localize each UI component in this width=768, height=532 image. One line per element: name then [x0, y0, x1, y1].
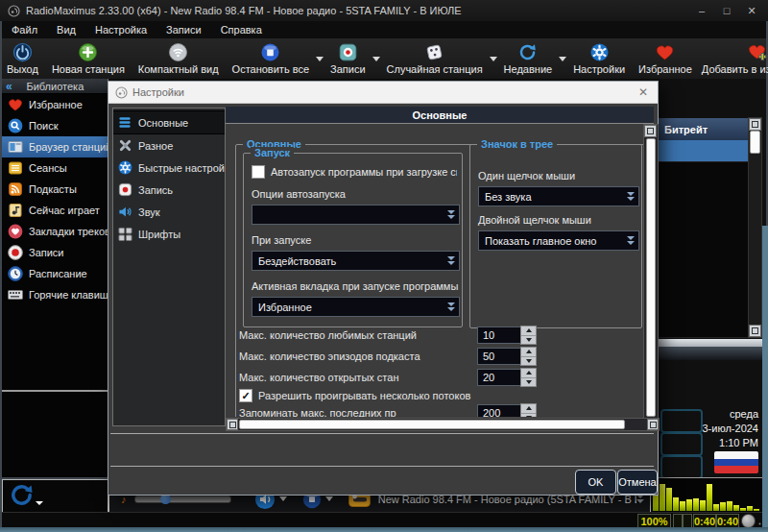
- remember-last-spinner[interactable]: [520, 403, 537, 417]
- add-favorite-button[interactable]: Добавить в избранное: [697, 39, 768, 78]
- combo-chevrons-icon: [447, 302, 455, 311]
- status-bar: 100% 0:40 0:40: [2, 512, 766, 528]
- multi-stream-checkbox[interactable]: [239, 389, 252, 402]
- max-favorite-stations-spinner[interactable]: [520, 326, 537, 345]
- gear-icon: [589, 42, 610, 62]
- tab-recording[interactable]: Запись: [113, 179, 225, 201]
- spectrum-bar: [707, 484, 712, 511]
- signal-icon: [168, 42, 188, 62]
- heart-plus-icon: [747, 42, 767, 62]
- records-button[interactable]: Записи: [325, 39, 371, 78]
- tab-quick-settings[interactable]: Быстрые настройки: [113, 157, 225, 179]
- sidebar-item-records[interactable]: Записи: [2, 242, 108, 263]
- random-station-dropdown-icon[interactable]: [490, 57, 497, 61]
- ok-button[interactable]: OK: [575, 470, 616, 495]
- max-podcast-episodes-spinner[interactable]: [520, 347, 537, 366]
- volume-slider[interactable]: [134, 496, 231, 503]
- records-dropdown-icon[interactable]: [372, 57, 380, 61]
- minimize-button[interactable]: –: [689, 3, 714, 18]
- dialog-vertical-scrollbar[interactable]: [643, 124, 659, 431]
- tab-misc[interactable]: Разное: [113, 134, 225, 157]
- double-click-combo[interactable]: Показать главное окно: [478, 230, 639, 251]
- station-list-selected-row[interactable]: [658, 140, 748, 161]
- window-frame-bottom: [0, 527, 768, 532]
- sidebar-item-schedule[interactable]: Расписание: [2, 263, 108, 284]
- bitrate-column-header[interactable]: Битрейт: [658, 117, 756, 141]
- exit-button[interactable]: Выход: [2, 39, 43, 78]
- horizontal-scrollbar-thumb[interactable]: [239, 420, 625, 429]
- sidebar-item-search[interactable]: Поиск: [2, 115, 108, 136]
- mute-dropdown-icon[interactable]: [279, 496, 287, 501]
- library-header[interactable]: « Библиотека: [2, 79, 108, 94]
- sidebar-item-station-browser[interactable]: Браузер станций: [2, 136, 108, 157]
- new-station-button[interactable]: Новая станция: [47, 39, 130, 78]
- menu-help[interactable]: Справка: [211, 21, 272, 38]
- sidebar-item-now-playing[interactable]: Сейчас играет: [2, 200, 108, 221]
- spectrum-bar: [733, 505, 739, 511]
- scrollbar-bottom-box-icon[interactable]: [749, 325, 761, 337]
- dice-icon: [424, 42, 444, 62]
- random-station-button[interactable]: Случайная станция: [382, 39, 488, 78]
- stop-all-button[interactable]: Остановить все: [228, 39, 314, 78]
- sidebar-item-favorites[interactable]: Избранное: [2, 94, 108, 115]
- sidebar-item-track-bookmarks[interactable]: Закладки треков: [2, 221, 108, 242]
- scrollbar-top-box-icon[interactable]: [644, 125, 657, 137]
- recent-dropdown-icon[interactable]: [559, 57, 566, 61]
- window-title: RadioMaximus 2.33.00 (x64) - New Radio 9…: [26, 5, 462, 16]
- settings-button[interactable]: Настройки: [568, 39, 630, 78]
- favorites-button[interactable]: Избранное: [634, 39, 697, 78]
- single-click-combo[interactable]: Без звука: [478, 186, 639, 206]
- menu-records[interactable]: Записи: [156, 21, 211, 38]
- player-chevrons-icon[interactable]: [636, 495, 644, 503]
- max-open-stations-spinner[interactable]: [520, 368, 537, 387]
- record-icon: [8, 245, 23, 260]
- sidebar-item-hotkeys[interactable]: Горячие клавиши: [2, 284, 108, 305]
- max-open-stations-value[interactable]: 20: [477, 369, 526, 386]
- stop-all-dropdown-icon[interactable]: [316, 57, 324, 61]
- tab-sound[interactable]: Звук: [113, 201, 225, 223]
- record-icon: [338, 42, 358, 62]
- combo-chevrons-icon: [447, 210, 455, 219]
- max-favorite-stations-value[interactable]: 10: [477, 326, 526, 344]
- max-podcast-episodes-value[interactable]: 50: [477, 348, 526, 365]
- status-separator-box: [683, 514, 692, 528]
- clock-time: 1:10 PM: [672, 436, 758, 450]
- vertical-scrollbar-thumb[interactable]: [646, 138, 656, 417]
- dialog-close-button[interactable]: ✕: [629, 83, 658, 102]
- refresh-icon: [517, 42, 538, 62]
- scrollbar-left-box-icon[interactable]: [227, 419, 238, 430]
- tab-fonts[interactable]: Шрифты: [113, 223, 225, 245]
- menu-file[interactable]: Файл: [2, 21, 47, 38]
- dialog-horizontal-scrollbar[interactable]: [226, 418, 660, 431]
- cancel-button[interactable]: Отмена: [617, 470, 658, 495]
- library-title: Библиотека: [16, 81, 94, 92]
- autostart-checkbox[interactable]: [252, 165, 265, 179]
- menu-settings[interactable]: Настройка: [85, 21, 156, 38]
- tab-general[interactable]: Основные: [113, 110, 225, 134]
- on-start-combo[interactable]: Бездействовать: [252, 251, 460, 271]
- maximize-button[interactable]: □: [714, 3, 739, 18]
- sidebar-item-podcasts[interactable]: Подкасты: [2, 179, 108, 200]
- combo-chevrons-icon: [627, 236, 635, 245]
- keyboard-icon: [8, 287, 23, 302]
- scrollbar-top-box-icon[interactable]: [749, 118, 761, 131]
- spectrum-bar: [686, 499, 692, 511]
- scrollbar-right-box-icon[interactable]: [647, 419, 659, 430]
- active-tab-label: Активная вкладка при запуске программы: [252, 280, 458, 292]
- status-knob-button[interactable]: [741, 514, 756, 528]
- library-sidebar: « Библиотека Избранное Поиск Браузер ста…: [2, 79, 108, 477]
- collapse-icon[interactable]: «: [2, 80, 16, 93]
- compact-view-button[interactable]: Компактный вид: [133, 39, 224, 78]
- recent-button[interactable]: Недавние: [499, 39, 558, 78]
- remember-last-value[interactable]: 200: [477, 404, 526, 417]
- close-button[interactable]: ✕: [739, 3, 764, 18]
- station-list-scrollbar[interactable]: [748, 117, 762, 338]
- autostart-options-combo[interactable]: [252, 205, 460, 225]
- menu-view[interactable]: Вид: [47, 21, 85, 38]
- reload-dropdown-icon[interactable]: [36, 501, 43, 505]
- sidebar-item-sessions[interactable]: Сеансы: [2, 157, 108, 179]
- scrollbar-thumb[interactable]: [750, 131, 760, 154]
- active-tab-combo[interactable]: Избранное: [252, 297, 460, 317]
- reload-button[interactable]: [9, 482, 35, 508]
- stop-dropdown-icon[interactable]: [325, 496, 333, 501]
